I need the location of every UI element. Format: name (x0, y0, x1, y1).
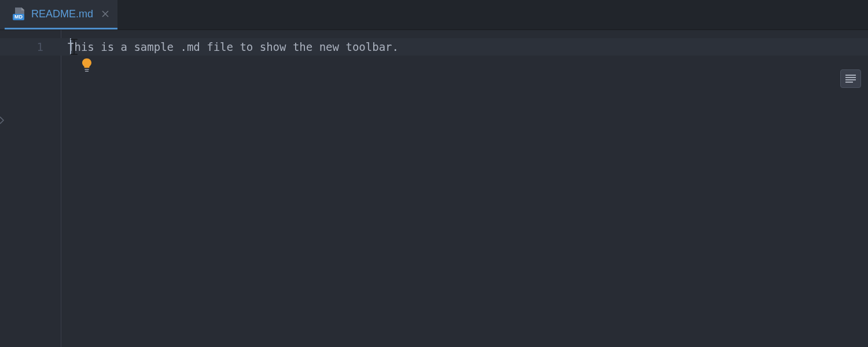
editor-tab-bar: MD README.md (0, 0, 868, 30)
close-tab-button[interactable] (101, 10, 109, 18)
paragraph-lines-icon (845, 74, 856, 83)
markdown-file-icon: MD (13, 8, 25, 20)
line-number[interactable]: 1 (0, 38, 43, 56)
text-caret (70, 38, 71, 54)
svg-rect-3 (85, 71, 89, 72)
svg-rect-2 (84, 69, 89, 71)
editor-tab-readme[interactable]: MD README.md (5, 0, 117, 29)
tab-filename: README.md (31, 8, 93, 20)
intention-bulb-button[interactable] (80, 58, 93, 73)
code-content-area[interactable]: This is a sample .md file to show the ne… (61, 30, 868, 347)
editor-area[interactable]: 1 This is a sample .md file to show the … (0, 30, 868, 347)
lightbulb-icon (80, 58, 93, 73)
close-icon (102, 10, 109, 17)
tool-window-strip (0, 0, 5, 29)
left-tool-window-toggle[interactable] (0, 114, 5, 127)
chevron-right-partial-icon (0, 116, 5, 124)
editor-gutter[interactable]: 1 (0, 30, 61, 347)
floating-toolbar-button[interactable] (840, 69, 861, 88)
code-line-1[interactable]: This is a sample .md file to show the ne… (61, 38, 868, 56)
